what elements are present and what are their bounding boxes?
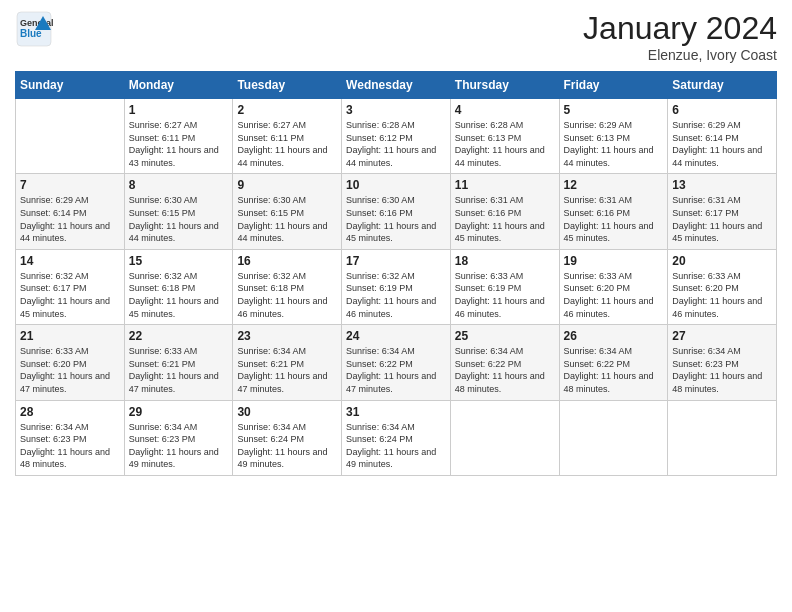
header: General Blue January 2024 Elenzue, Ivory… (15, 10, 777, 63)
calendar-cell: 19Sunrise: 6:33 AMSunset: 6:20 PMDayligh… (559, 249, 668, 324)
day-info: Sunrise: 6:29 AMSunset: 6:14 PMDaylight:… (20, 194, 120, 244)
calendar-cell: 3Sunrise: 6:28 AMSunset: 6:12 PMDaylight… (342, 99, 451, 174)
calendar-cell: 6Sunrise: 6:29 AMSunset: 6:14 PMDaylight… (668, 99, 777, 174)
calendar-cell: 16Sunrise: 6:32 AMSunset: 6:18 PMDayligh… (233, 249, 342, 324)
day-info: Sunrise: 6:34 AMSunset: 6:22 PMDaylight:… (564, 345, 664, 395)
day-number: 20 (672, 254, 772, 268)
calendar-cell (16, 99, 125, 174)
calendar-week-row: 28Sunrise: 6:34 AMSunset: 6:23 PMDayligh… (16, 400, 777, 475)
weekday-header: Saturday (668, 72, 777, 99)
day-info: Sunrise: 6:34 AMSunset: 6:21 PMDaylight:… (237, 345, 337, 395)
day-number: 17 (346, 254, 446, 268)
calendar-cell: 2Sunrise: 6:27 AMSunset: 6:11 PMDaylight… (233, 99, 342, 174)
weekday-header: Wednesday (342, 72, 451, 99)
day-info: Sunrise: 6:34 AMSunset: 6:22 PMDaylight:… (346, 345, 446, 395)
day-number: 7 (20, 178, 120, 192)
page: General Blue January 2024 Elenzue, Ivory… (0, 0, 792, 612)
day-number: 10 (346, 178, 446, 192)
calendar-cell: 22Sunrise: 6:33 AMSunset: 6:21 PMDayligh… (124, 325, 233, 400)
logo-icon: General Blue (15, 10, 53, 48)
day-number: 15 (129, 254, 229, 268)
day-number: 2 (237, 103, 337, 117)
day-info: Sunrise: 6:29 AMSunset: 6:13 PMDaylight:… (564, 119, 664, 169)
calendar-table: SundayMondayTuesdayWednesdayThursdayFrid… (15, 71, 777, 476)
day-info: Sunrise: 6:29 AMSunset: 6:14 PMDaylight:… (672, 119, 772, 169)
calendar-cell: 24Sunrise: 6:34 AMSunset: 6:22 PMDayligh… (342, 325, 451, 400)
calendar-cell: 28Sunrise: 6:34 AMSunset: 6:23 PMDayligh… (16, 400, 125, 475)
day-info: Sunrise: 6:28 AMSunset: 6:12 PMDaylight:… (346, 119, 446, 169)
calendar-week-row: 1Sunrise: 6:27 AMSunset: 6:11 PMDaylight… (16, 99, 777, 174)
calendar-cell: 30Sunrise: 6:34 AMSunset: 6:24 PMDayligh… (233, 400, 342, 475)
day-number: 18 (455, 254, 555, 268)
day-info: Sunrise: 6:33 AMSunset: 6:19 PMDaylight:… (455, 270, 555, 320)
day-info: Sunrise: 6:33 AMSunset: 6:20 PMDaylight:… (672, 270, 772, 320)
day-info: Sunrise: 6:32 AMSunset: 6:17 PMDaylight:… (20, 270, 120, 320)
day-number: 6 (672, 103, 772, 117)
calendar-cell: 26Sunrise: 6:34 AMSunset: 6:22 PMDayligh… (559, 325, 668, 400)
day-info: Sunrise: 6:34 AMSunset: 6:22 PMDaylight:… (455, 345, 555, 395)
day-info: Sunrise: 6:27 AMSunset: 6:11 PMDaylight:… (237, 119, 337, 169)
day-number: 8 (129, 178, 229, 192)
title-block: January 2024 Elenzue, Ivory Coast (583, 10, 777, 63)
day-number: 25 (455, 329, 555, 343)
calendar-cell: 23Sunrise: 6:34 AMSunset: 6:21 PMDayligh… (233, 325, 342, 400)
day-number: 14 (20, 254, 120, 268)
day-info: Sunrise: 6:30 AMSunset: 6:16 PMDaylight:… (346, 194, 446, 244)
day-number: 24 (346, 329, 446, 343)
day-number: 31 (346, 405, 446, 419)
calendar-cell: 8Sunrise: 6:30 AMSunset: 6:15 PMDaylight… (124, 174, 233, 249)
day-info: Sunrise: 6:28 AMSunset: 6:13 PMDaylight:… (455, 119, 555, 169)
day-info: Sunrise: 6:33 AMSunset: 6:20 PMDaylight:… (20, 345, 120, 395)
month-title: January 2024 (583, 10, 777, 47)
day-number: 26 (564, 329, 664, 343)
day-info: Sunrise: 6:31 AMSunset: 6:17 PMDaylight:… (672, 194, 772, 244)
calendar-cell (559, 400, 668, 475)
day-number: 9 (237, 178, 337, 192)
day-info: Sunrise: 6:34 AMSunset: 6:24 PMDaylight:… (346, 421, 446, 471)
day-info: Sunrise: 6:34 AMSunset: 6:24 PMDaylight:… (237, 421, 337, 471)
calendar-cell: 17Sunrise: 6:32 AMSunset: 6:19 PMDayligh… (342, 249, 451, 324)
day-info: Sunrise: 6:32 AMSunset: 6:19 PMDaylight:… (346, 270, 446, 320)
day-info: Sunrise: 6:30 AMSunset: 6:15 PMDaylight:… (129, 194, 229, 244)
calendar-cell: 11Sunrise: 6:31 AMSunset: 6:16 PMDayligh… (450, 174, 559, 249)
calendar-cell (450, 400, 559, 475)
day-info: Sunrise: 6:33 AMSunset: 6:21 PMDaylight:… (129, 345, 229, 395)
day-info: Sunrise: 6:31 AMSunset: 6:16 PMDaylight:… (564, 194, 664, 244)
calendar-week-row: 14Sunrise: 6:32 AMSunset: 6:17 PMDayligh… (16, 249, 777, 324)
day-number: 21 (20, 329, 120, 343)
day-info: Sunrise: 6:34 AMSunset: 6:23 PMDaylight:… (672, 345, 772, 395)
day-number: 13 (672, 178, 772, 192)
day-number: 1 (129, 103, 229, 117)
calendar-cell: 10Sunrise: 6:30 AMSunset: 6:16 PMDayligh… (342, 174, 451, 249)
calendar-week-row: 7Sunrise: 6:29 AMSunset: 6:14 PMDaylight… (16, 174, 777, 249)
calendar-cell: 18Sunrise: 6:33 AMSunset: 6:19 PMDayligh… (450, 249, 559, 324)
day-info: Sunrise: 6:34 AMSunset: 6:23 PMDaylight:… (20, 421, 120, 471)
weekday-header: Tuesday (233, 72, 342, 99)
calendar-cell: 7Sunrise: 6:29 AMSunset: 6:14 PMDaylight… (16, 174, 125, 249)
day-number: 4 (455, 103, 555, 117)
day-number: 23 (237, 329, 337, 343)
day-info: Sunrise: 6:31 AMSunset: 6:16 PMDaylight:… (455, 194, 555, 244)
calendar-cell: 20Sunrise: 6:33 AMSunset: 6:20 PMDayligh… (668, 249, 777, 324)
weekday-header: Friday (559, 72, 668, 99)
day-number: 12 (564, 178, 664, 192)
calendar-cell: 13Sunrise: 6:31 AMSunset: 6:17 PMDayligh… (668, 174, 777, 249)
day-number: 16 (237, 254, 337, 268)
day-number: 11 (455, 178, 555, 192)
day-info: Sunrise: 6:33 AMSunset: 6:20 PMDaylight:… (564, 270, 664, 320)
calendar-cell: 14Sunrise: 6:32 AMSunset: 6:17 PMDayligh… (16, 249, 125, 324)
calendar-cell: 5Sunrise: 6:29 AMSunset: 6:13 PMDaylight… (559, 99, 668, 174)
calendar-cell: 21Sunrise: 6:33 AMSunset: 6:20 PMDayligh… (16, 325, 125, 400)
weekday-header-row: SundayMondayTuesdayWednesdayThursdayFrid… (16, 72, 777, 99)
day-number: 22 (129, 329, 229, 343)
day-number: 30 (237, 405, 337, 419)
day-info: Sunrise: 6:32 AMSunset: 6:18 PMDaylight:… (237, 270, 337, 320)
day-number: 28 (20, 405, 120, 419)
calendar-cell: 12Sunrise: 6:31 AMSunset: 6:16 PMDayligh… (559, 174, 668, 249)
calendar-cell: 29Sunrise: 6:34 AMSunset: 6:23 PMDayligh… (124, 400, 233, 475)
calendar-cell: 15Sunrise: 6:32 AMSunset: 6:18 PMDayligh… (124, 249, 233, 324)
calendar-cell: 9Sunrise: 6:30 AMSunset: 6:15 PMDaylight… (233, 174, 342, 249)
day-number: 19 (564, 254, 664, 268)
calendar-cell: 1Sunrise: 6:27 AMSunset: 6:11 PMDaylight… (124, 99, 233, 174)
calendar-cell (668, 400, 777, 475)
